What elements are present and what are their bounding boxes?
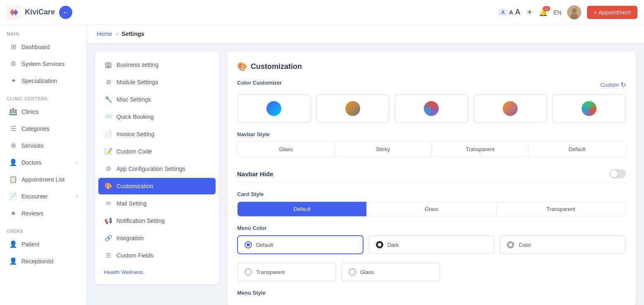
user-avatar[interactable] bbox=[567, 5, 581, 19]
sidebar-item-clinics[interactable]: 🏥 Clinics bbox=[2, 104, 84, 120]
sidebar-item-encounter[interactable]: 📄 Encounter › bbox=[2, 188, 84, 204]
color-option-3[interactable] bbox=[394, 94, 468, 123]
notification-button[interactable]: 🔔 12 bbox=[539, 8, 548, 17]
card-option-default[interactable]: Default bbox=[238, 202, 367, 216]
toggle-knob bbox=[610, 170, 618, 177]
color-circle-4 bbox=[503, 101, 518, 116]
sidebar-item-appointment-list[interactable]: 📋 Appointment List bbox=[2, 171, 84, 187]
navbar-hide-label: Navbar Hide bbox=[237, 170, 273, 177]
notification-setting-icon: 📢 bbox=[104, 217, 112, 225]
sidebar-item-reviews[interactable]: ★ Reviews bbox=[2, 205, 84, 221]
navbar-style-options: Glass Sticky Transparent Default bbox=[237, 142, 626, 157]
business-setting-icon: 🏢 bbox=[104, 61, 112, 69]
reviews-icon: ★ bbox=[9, 209, 17, 217]
panel-label-notification-setting: Notification Setting bbox=[116, 218, 210, 224]
services-icon: ⊕ bbox=[9, 142, 17, 149]
menu-color-option-dark[interactable]: Dark bbox=[368, 235, 495, 254]
radio-glass bbox=[349, 268, 356, 276]
panel-item-quick-booking[interactable]: 📨 Quick Booking bbox=[98, 109, 216, 125]
breadcrumb-home[interactable]: Home bbox=[97, 31, 112, 37]
font-large-button[interactable]: A bbox=[515, 8, 520, 17]
logo-text: KiviCare bbox=[25, 8, 55, 17]
panel-item-invoice-setting[interactable]: 📄 Invoice Setting bbox=[98, 126, 216, 142]
customization-title-icon: 🎨 bbox=[237, 61, 247, 71]
menu-color-options-row2: Transparent Glass bbox=[237, 262, 626, 281]
sidebar: MAIN ⊞ Dashboard ⚙ System Services ✦ Spe… bbox=[0, 25, 87, 305]
sidebar-label-receptionist: Receptionist bbox=[21, 258, 77, 265]
sidebar-item-doctors[interactable]: 👤 Doctors › bbox=[2, 154, 84, 170]
sidebar-section-users: USERS 👤 Patient 👤 Receptionist bbox=[0, 222, 86, 269]
panel-label-custom-fields: Custom Fields bbox=[116, 252, 210, 259]
sidebar-label-system-services: System Services bbox=[21, 61, 77, 67]
panel-label-customization: Customization bbox=[116, 183, 210, 189]
doctors-icon: 👤 bbox=[9, 158, 17, 166]
color-circle-3 bbox=[424, 101, 439, 116]
menu-color-option-glass[interactable]: Glass bbox=[341, 262, 440, 281]
custom-link[interactable]: Custom ↻ bbox=[600, 81, 626, 89]
panel-item-customization[interactable]: 🎨 Customization bbox=[98, 178, 216, 194]
refresh-icon: ↻ bbox=[620, 81, 626, 89]
color-option-5[interactable] bbox=[552, 94, 626, 123]
menu-color-option-default[interactable]: Default bbox=[237, 235, 364, 254]
menu-color-label-default: Default bbox=[256, 242, 273, 248]
panel-label-module-settings: Module Settings bbox=[116, 79, 210, 85]
brightness-button[interactable]: ☀ bbox=[526, 8, 533, 17]
card-option-glass[interactable]: Glass bbox=[367, 202, 496, 216]
menu-color-option-transparent[interactable]: Transparent bbox=[237, 262, 336, 281]
panel-label-quick-booking: Quick Booking bbox=[116, 113, 210, 120]
language-button[interactable]: EN bbox=[554, 9, 561, 16]
sidebar-item-system-services[interactable]: ⚙ System Services bbox=[2, 56, 84, 72]
notification-badge: 12 bbox=[543, 6, 550, 11]
menu-color-option-color[interactable]: Color bbox=[499, 235, 626, 254]
card-option-transparent[interactable]: Transparent bbox=[497, 202, 625, 216]
navbar-hide-row: Navbar Hide bbox=[237, 165, 626, 183]
sidebar-item-services[interactable]: ⊕ Services bbox=[2, 137, 84, 154]
color-option-4[interactable] bbox=[473, 94, 547, 123]
panel-item-custom-fields[interactable]: ☰ Custom Fields bbox=[98, 247, 216, 264]
sidebar-label-services: Services bbox=[21, 142, 77, 149]
sidebar-label-specialization: Specialization bbox=[21, 78, 77, 84]
sidebar-label-encounter: Encounter bbox=[21, 193, 71, 200]
spacer bbox=[445, 262, 626, 281]
navbar-option-default[interactable]: Default bbox=[529, 142, 625, 156]
panel-item-app-configuration[interactable]: ⚙ App Configuration Settings bbox=[98, 161, 216, 177]
color-option-2[interactable] bbox=[316, 94, 390, 123]
sidebar-item-categories[interactable]: ☰ Categories bbox=[2, 121, 84, 137]
color-option-1[interactable] bbox=[237, 94, 311, 123]
menu-color-label-color: Color bbox=[518, 242, 531, 248]
navbar-left: KiviCare ← bbox=[7, 5, 72, 20]
sidebar-label-clinic-centers: CLINIC CENTERS bbox=[0, 90, 86, 104]
font-size-controls: A A A bbox=[499, 8, 520, 17]
navbar-option-sticky[interactable]: Sticky bbox=[335, 142, 432, 156]
sidebar-label-doctors: Doctors bbox=[21, 159, 71, 166]
panel-item-mail-setting[interactable]: ✉ Mail Setting bbox=[98, 195, 216, 212]
invoice-setting-icon: 📄 bbox=[104, 130, 112, 138]
sidebar-item-receptionist[interactable]: 👤 Receptionist bbox=[2, 253, 84, 269]
sidebar-label-categories: Categories bbox=[21, 125, 77, 132]
panel-item-business-setting[interactable]: 🏢 Business setting bbox=[98, 57, 216, 73]
sidebar-item-patient[interactable]: 👤 Patient bbox=[2, 236, 84, 252]
clinics-icon: 🏥 bbox=[9, 108, 17, 116]
sidebar-label-dashboard: Dashboard bbox=[21, 44, 77, 50]
footer-link[interactable]: Health Wellness. bbox=[104, 269, 144, 275]
navbar-option-glass[interactable]: Glass bbox=[238, 142, 335, 156]
color-options bbox=[237, 94, 626, 123]
panel-item-custom-code[interactable]: 📝 Custom Code bbox=[98, 143, 216, 160]
sidebar-item-specialization[interactable]: ✦ Specialization bbox=[2, 73, 84, 89]
navbar-hide-toggle[interactable] bbox=[609, 169, 626, 178]
color-circle-2 bbox=[345, 101, 360, 116]
panel-item-notification-setting[interactable]: 📢 Notification Setting bbox=[98, 213, 216, 229]
customization-title: 🎨 Customization bbox=[237, 61, 626, 71]
sidebar-item-dashboard[interactable]: ⊞ Dashboard bbox=[2, 39, 84, 55]
panel-item-integration[interactable]: 🔗 Integration bbox=[98, 230, 216, 246]
breadcrumb-bar: Home » Settings bbox=[87, 25, 644, 43]
navbar-option-transparent[interactable]: Transparent bbox=[432, 142, 529, 156]
doctors-arrow-icon: › bbox=[76, 160, 77, 166]
appointment-button[interactable]: + Appointment bbox=[587, 6, 637, 19]
panel-item-misc-settings[interactable]: 🔧 Misc Settings bbox=[98, 91, 216, 108]
font-medium-button[interactable]: A bbox=[509, 9, 513, 16]
back-button[interactable]: ← bbox=[59, 6, 72, 19]
panel-item-module-settings[interactable]: ⚙ Module Settings bbox=[98, 74, 216, 90]
navbar-style-label: Navbar Style bbox=[237, 131, 626, 137]
font-small-button[interactable]: A bbox=[499, 9, 507, 16]
